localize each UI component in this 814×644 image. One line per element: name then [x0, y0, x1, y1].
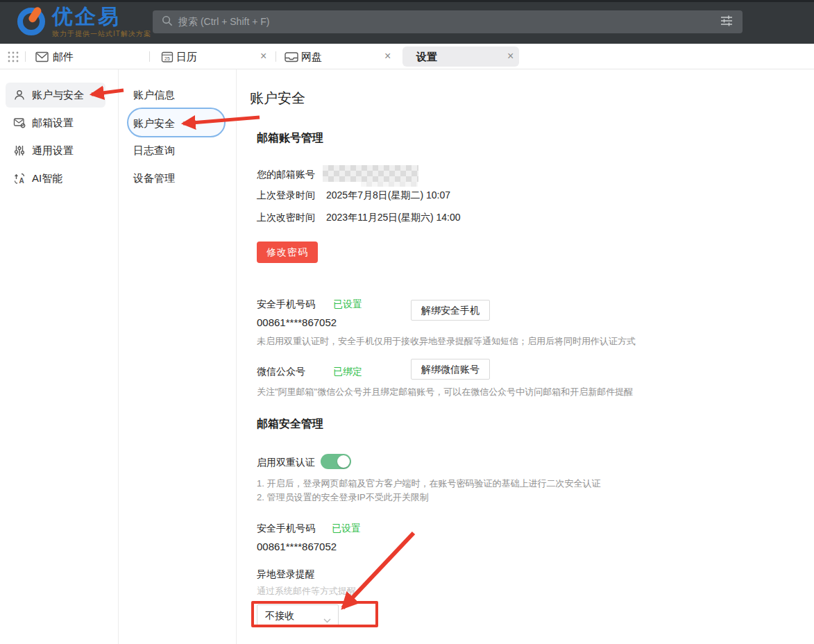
last-password-change-label: 上次改密时间	[257, 210, 315, 224]
security-phone-label-2: 安全手机号码	[257, 521, 315, 535]
app-logo[interactable]: 优企易 致力于提供一站式IT解决方案	[15, 5, 151, 40]
chevron-down-icon	[323, 613, 331, 626]
unbind-phone-button[interactable]: 解绑安全手机	[411, 300, 490, 321]
logo-icon	[15, 5, 47, 40]
tab-calendar[interactable]: 日历	[176, 50, 197, 63]
remote-login-hint: 通过系统邮件等方式提醒	[257, 585, 356, 598]
tab-settings[interactable]: 设置 ×	[402, 46, 519, 67]
calendar-icon: 25	[161, 51, 173, 66]
remote-login-label: 异地登录提醒	[257, 567, 315, 581]
sidebar-item-general-settings[interactable]: 通用设置	[0, 138, 118, 163]
tab-divider	[275, 51, 276, 62]
sidebar-item-mailbox-settings[interactable]: 邮箱设置	[0, 110, 118, 135]
twofactor-note-1: 1. 开启后，登录网页邮箱及官方客户端时，在账号密码验证的基础上进行二次安全认证	[257, 477, 600, 490]
security-phone-note: 未启用双重认证时，安全手机仅用于接收异地登录提醒等通知短信；启用后将同时用作认证…	[257, 335, 636, 348]
global-search-input[interactable]: 搜索 (Ctrl + Shift + F)	[153, 10, 743, 33]
tune-sliders-icon	[13, 144, 26, 160]
sidebar-item-label: 账户与安全	[32, 87, 84, 103]
last-login-value: 2025年7月8日(星期二) 10:07	[326, 188, 450, 202]
toggle-knob	[337, 455, 350, 468]
twofactor-toggle[interactable]	[321, 454, 351, 469]
sidebar-divider	[118, 69, 119, 644]
unbind-wechat-button[interactable]: 解绑微信账号	[411, 359, 490, 380]
email-account-label: 您的邮箱账号	[257, 167, 315, 181]
apps-grid-icon[interactable]	[7, 51, 19, 66]
app-tabbar: 邮件 25 日历 × 网盘 × 设置 ×	[0, 44, 814, 69]
last-password-change-value: 2023年11月25日(星期六) 14:00	[326, 210, 461, 224]
page-title: 账户安全	[250, 89, 305, 107]
logo-wordmark: 优企易	[52, 6, 151, 28]
mail-settings-icon	[13, 117, 26, 132]
sidebar-item-account-security[interactable]: 账户与安全	[0, 83, 118, 108]
tab-divider	[25, 51, 26, 62]
search-placeholder: 搜索 (Ctrl + Shift + F)	[178, 16, 720, 28]
drive-icon	[285, 52, 298, 65]
subnav-divider	[236, 69, 237, 644]
change-password-button[interactable]: 修改密码	[257, 242, 318, 263]
logo-tagline: 致力于提供一站式IT解决方案	[52, 29, 151, 39]
email-redacted-block	[323, 165, 418, 182]
top-header: 优企易 致力于提供一站式IT解决方案 搜索 (Ctrl + Shift + F)	[0, 0, 814, 44]
tab-drive-close-icon[interactable]: ×	[384, 49, 391, 63]
remote-login-select[interactable]: 不接收	[257, 604, 339, 626]
tab-drive[interactable]: 网盘	[301, 50, 322, 63]
section-heading-account: 邮箱账号管理	[257, 130, 323, 146]
last-login-label: 上次登录时间	[257, 188, 315, 202]
logo-text: 优企易 致力于提供一站式IT解决方案	[52, 6, 151, 39]
security-phone-status-badge: 已设置	[333, 297, 362, 311]
sidebar-item-label: 邮箱设置	[32, 115, 74, 130]
subnav-item-device-management[interactable]: 设备管理	[133, 171, 175, 186]
tab-settings-close-icon[interactable]: ×	[507, 49, 514, 63]
wechat-label: 微信公众号	[257, 364, 305, 378]
security-phone-number: 00861****867052	[257, 316, 337, 330]
subnav-item-account-security[interactable]: 账户安全	[133, 116, 175, 131]
twofactor-label: 启用双重认证	[257, 455, 315, 469]
sidebar-item-label: 通用设置	[32, 143, 74, 158]
email-redacted-block-2	[361, 182, 418, 187]
calendar-day-number: 25	[164, 56, 170, 61]
search-icon	[162, 15, 173, 29]
wechat-note: 关注"阿里邮箱"微信公众号并且绑定邮箱账号，可以在微信公众号中访问邮箱和开启新邮…	[257, 386, 633, 398]
search-filter-icon[interactable]	[720, 15, 733, 30]
tab-calendar-close-icon[interactable]: ×	[260, 49, 266, 63]
subnav-item-log-query[interactable]: 日志查询	[133, 143, 175, 158]
security-phone-label: 安全手机号码	[257, 297, 315, 311]
tab-divider	[149, 51, 150, 62]
wechat-status-badge: 已绑定	[333, 364, 362, 378]
app-window: 优企易 致力于提供一站式IT解决方案 搜索 (Ctrl + Shift + F)	[0, 0, 814, 644]
tab-settings-label: 设置	[416, 50, 437, 63]
ai-icon: A	[13, 172, 26, 187]
subnav-item-account-info[interactable]: 账户信息	[133, 87, 175, 103]
security-phone-number-2: 00861****867052	[257, 540, 337, 554]
section-heading-security: 邮箱安全管理	[257, 416, 323, 432]
sidebar-item-ai[interactable]: A AI智能	[0, 166, 118, 191]
security-phone-status-badge-2: 已设置	[332, 521, 361, 535]
user-icon	[13, 89, 26, 104]
annotation-arrows	[0, 0, 814, 644]
svg-text:A: A	[19, 177, 24, 185]
sidebar-item-label: AI智能	[32, 171, 62, 186]
mail-icon	[35, 51, 49, 65]
remote-login-select-value: 不接收	[265, 609, 294, 622]
tab-mail[interactable]: 邮件	[53, 50, 74, 63]
twofactor-note-2: 2. 管理员设置的安全登录IP不受此开关限制	[257, 491, 429, 504]
